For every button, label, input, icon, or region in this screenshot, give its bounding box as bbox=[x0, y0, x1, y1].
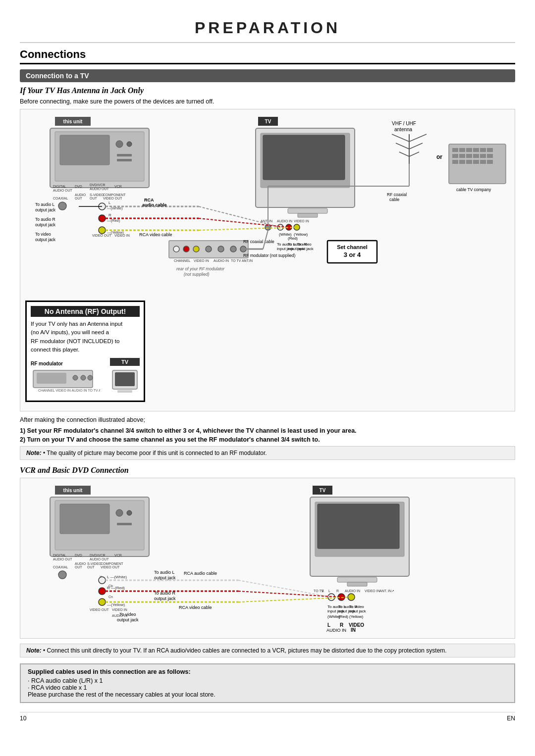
svg-text:TV: TV bbox=[320, 488, 326, 493]
svg-line-99 bbox=[409, 152, 419, 156]
svg-rect-137 bbox=[117, 390, 132, 393]
svg-rect-103 bbox=[459, 148, 465, 152]
svg-text:VIDEO OUT: VIDEO OUT bbox=[103, 197, 122, 200]
svg-text:VIDEO OUT: VIDEO OUT bbox=[92, 234, 111, 237]
svg-text:this unit: this unit bbox=[63, 488, 83, 493]
svg-point-54 bbox=[218, 246, 224, 252]
svg-text:DVD/VCR: DVD/VCR bbox=[90, 183, 106, 187]
note-label-1: Note: bbox=[26, 450, 42, 456]
svg-point-131 bbox=[73, 375, 78, 380]
step2-text: 2) Turn on your TV and choose the same c… bbox=[20, 436, 515, 443]
svg-point-145 bbox=[116, 509, 123, 516]
svg-line-95 bbox=[409, 134, 427, 142]
svg-text:input jack: input jack bbox=[349, 609, 367, 613]
note-text-2: • Connect this unit directly to your TV.… bbox=[43, 647, 447, 654]
svg-text:VIDEO OUT: VIDEO OUT bbox=[101, 565, 120, 569]
page-footer: 10 EN bbox=[20, 712, 515, 722]
svg-line-94 bbox=[392, 134, 409, 142]
svg-point-50 bbox=[173, 246, 179, 252]
svg-text:To audio L: To audio L bbox=[154, 570, 175, 575]
mini-tv-svg bbox=[110, 368, 140, 395]
svg-text:To video: To video bbox=[297, 242, 312, 247]
svg-point-146 bbox=[127, 510, 132, 515]
svg-text:IN: IN bbox=[351, 627, 356, 632]
svg-text:antenna: antenna bbox=[394, 127, 413, 132]
svg-text:To video: To video bbox=[119, 612, 136, 617]
svg-text:TV: TV bbox=[265, 119, 271, 124]
svg-point-31 bbox=[99, 227, 106, 234]
svg-rect-130 bbox=[37, 373, 66, 384]
svg-point-52 bbox=[193, 246, 199, 252]
svg-rect-119 bbox=[487, 160, 493, 164]
svg-text:RF modulator (not supplied): RF modulator (not supplied) bbox=[243, 253, 296, 258]
svg-text:this unit: this unit bbox=[63, 119, 83, 124]
svg-text:DVD/VCR: DVD/VCR bbox=[90, 554, 106, 557]
note-box-2: Note: • Connect this unit directly to yo… bbox=[20, 644, 515, 657]
no-antenna-line4: connect this player. bbox=[31, 347, 79, 353]
svg-text:AUDIO IN: AUDIO IN bbox=[277, 219, 292, 223]
svg-rect-68 bbox=[263, 135, 345, 180]
svg-text:R: R bbox=[340, 622, 344, 628]
intro-text: Before connecting, make sure the powers … bbox=[20, 98, 515, 105]
section-heading-connections: Connections bbox=[20, 48, 515, 64]
svg-text:3 or 4: 3 or 4 bbox=[344, 251, 361, 258]
svg-rect-114 bbox=[452, 160, 458, 164]
svg-point-51 bbox=[183, 246, 189, 252]
svg-rect-189 bbox=[347, 582, 367, 586]
svg-text:rear of your RF modulator: rear of your RF modulator bbox=[176, 266, 225, 271]
svg-text:RCA video cable: RCA video cable bbox=[139, 232, 172, 237]
svg-rect-113 bbox=[487, 154, 493, 158]
svg-text:VIDEO IN: VIDEO IN bbox=[294, 219, 309, 223]
svg-text:CHANNEL: CHANNEL bbox=[174, 259, 191, 262]
svg-rect-188 bbox=[337, 577, 377, 582]
svg-rect-105 bbox=[473, 148, 479, 152]
svg-text:Set channel: Set channel bbox=[337, 244, 368, 250]
svg-text:Cn: Cn bbox=[108, 595, 113, 599]
page-title-bar: PREPARATION bbox=[20, 10, 515, 43]
svg-text:COAXIAL: COAXIAL bbox=[53, 197, 68, 200]
svg-rect-104 bbox=[466, 148, 472, 152]
note-label-2: Note: bbox=[26, 647, 42, 654]
svg-rect-136 bbox=[115, 372, 135, 386]
svg-text:AUDIO OUT: AUDIO OUT bbox=[53, 557, 73, 561]
svg-text:OUT: OUT bbox=[75, 565, 83, 569]
rf-modulator-mini-svg: CHANNEL VIDEO IN AUDIO IN TO TV ANT.IN bbox=[31, 368, 100, 393]
svg-point-53 bbox=[206, 246, 212, 252]
supplied-cable-note: Please purchase the rest of the necessar… bbox=[28, 691, 507, 698]
svg-text:COAXIAL: COAXIAL bbox=[53, 565, 68, 569]
svg-rect-112 bbox=[480, 154, 486, 158]
svg-point-18 bbox=[58, 202, 66, 210]
svg-text:L —(White): L —(White) bbox=[107, 575, 127, 579]
svg-rect-187 bbox=[318, 504, 399, 549]
svg-text:output jack: output jack bbox=[117, 617, 139, 622]
svg-text:To audio R: To audio R bbox=[35, 217, 55, 222]
svg-point-132 bbox=[81, 375, 86, 380]
svg-text:or: or bbox=[436, 153, 442, 160]
sub-heading-vcr: VCR and Basic DVD Connection bbox=[20, 466, 515, 475]
svg-rect-9 bbox=[117, 154, 132, 156]
svg-text:CHANNEL  VIDEO IN  AUDIO IN  T: CHANNEL VIDEO IN AUDIO IN TO TV ANT.IN bbox=[38, 389, 100, 392]
svg-text:RCA: RCA bbox=[144, 198, 154, 202]
svg-rect-111 bbox=[473, 154, 479, 158]
svg-rect-108 bbox=[452, 154, 458, 158]
svg-rect-144 bbox=[60, 504, 109, 534]
rf-modulator-label: RF modulator CHANNEL VIDEO IN AUDIO IN T… bbox=[31, 361, 100, 394]
diagram-svg-1: this unit TV DIGITAL AUDIO OUT DVD DVD/V… bbox=[25, 114, 516, 293]
svg-text:To audio R: To audio R bbox=[154, 591, 176, 596]
svg-text:input jack: input jack bbox=[297, 247, 314, 251]
svg-text:AUDIO OUT: AUDIO OUT bbox=[90, 187, 109, 191]
svg-text:S-VIDEO: S-VIDEO bbox=[90, 193, 104, 197]
svg-point-155 bbox=[58, 571, 66, 579]
supplied-cable-2: · RCA video cable x 1 bbox=[28, 684, 507, 691]
svg-text:VCR: VCR bbox=[114, 554, 122, 557]
svg-text:RCA video cable: RCA video cable bbox=[179, 605, 212, 610]
svg-text:cable TV company: cable TV company bbox=[456, 187, 491, 192]
svg-text:DVD: DVD bbox=[75, 185, 82, 188]
svg-text:VHF / UHF: VHF / UHF bbox=[392, 121, 416, 126]
svg-point-7 bbox=[116, 141, 123, 148]
svg-text:VIDEO IN: VIDEO IN bbox=[114, 234, 130, 237]
svg-text:L: L bbox=[328, 589, 330, 593]
svg-text:AUDIO IN: AUDIO IN bbox=[214, 259, 229, 262]
note-box-1: Note: • The quality of picture may becom… bbox=[20, 446, 515, 460]
svg-text:output jack: output jack bbox=[154, 575, 176, 580]
